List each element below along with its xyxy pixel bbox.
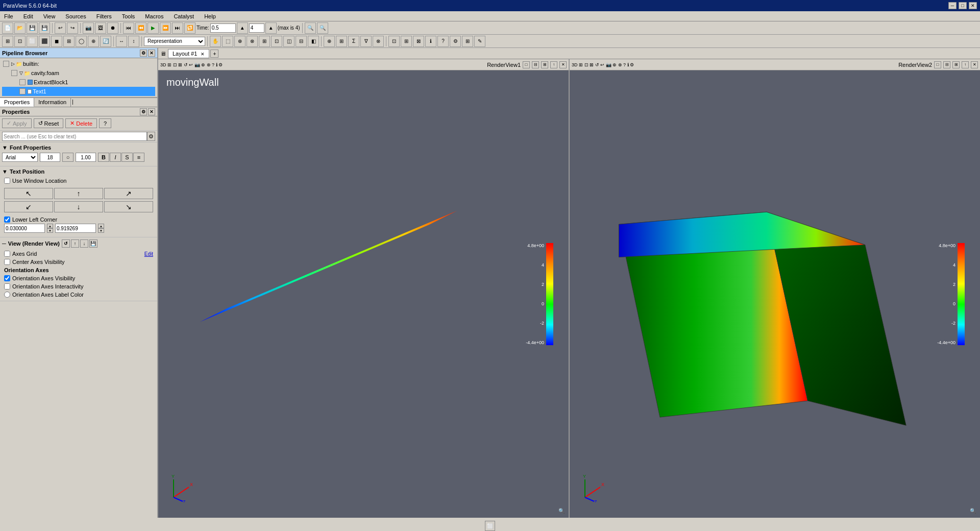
menu-view[interactable]: View <box>41 13 58 19</box>
tb2-view3[interactable]: ⊠ <box>413 36 424 47</box>
select3-btn[interactable]: ⊞ <box>259 36 270 47</box>
delete-button[interactable]: ✕ Delete <box>65 118 97 128</box>
tb2-extra2[interactable]: ✎ <box>474 36 485 47</box>
tb2-btn11[interactable]: ↕ <box>128 36 139 47</box>
help-button[interactable]: ? <box>99 118 111 128</box>
prev-button[interactable]: ⏪ <box>135 22 146 34</box>
prop-settings-btn[interactable]: ⚙ <box>140 108 147 115</box>
prop-search-btn[interactable]: ⚙ <box>147 132 155 141</box>
menu-catalyst[interactable]: Catalyst <box>172 13 196 19</box>
y-up-btn[interactable]: ▲ <box>98 224 104 228</box>
save-button[interactable]: 💾 <box>27 22 38 34</box>
pos-bottomleft-btn[interactable]: ↙ <box>4 201 53 212</box>
rv1-btn4[interactable]: ↑ <box>550 61 557 68</box>
tb2-btn9[interactable]: 🔄 <box>100 36 111 47</box>
y-down-btn[interactable]: ▼ <box>98 228 104 233</box>
tree-eye-extract[interactable] <box>19 79 26 85</box>
next-last-button[interactable]: ⏭ <box>172 22 183 34</box>
save-state-button[interactable]: 💾 <box>39 22 50 34</box>
menu-sources[interactable]: Sources <box>63 13 88 19</box>
tb2-help[interactable]: ? <box>437 36 449 47</box>
rv1-canvas[interactable]: movingWall <box>158 70 569 518</box>
zoom-button[interactable]: 🔍 <box>305 22 316 34</box>
x-down-btn[interactable]: ▼ <box>47 228 53 233</box>
tree-item-cavity[interactable]: ▽ 📁 cavity.foam <box>2 68 155 78</box>
pos-bottomright-btn[interactable]: ↘ <box>104 201 153 212</box>
rv2-btn4[interactable]: ↑ <box>962 61 969 68</box>
screenshot-button[interactable]: 🖼 <box>95 22 106 34</box>
pick-btn[interactable]: ⊕ <box>234 36 246 47</box>
bold-button[interactable]: B <box>98 153 109 162</box>
orient-visibility-check[interactable] <box>4 275 10 281</box>
time-up[interactable]: ▲ <box>237 22 248 34</box>
center-axes-check[interactable] <box>4 259 10 265</box>
open-button[interactable]: 📂 <box>14 22 26 34</box>
tb2-btn2[interactable]: ⊡ <box>14 36 26 47</box>
tb2-filter1[interactable]: ⊕ <box>324 36 335 47</box>
tb2-btn5[interactable]: ◼ <box>51 36 62 47</box>
tree-item-text1[interactable]: T Text1 <box>2 87 155 96</box>
menu-help[interactable]: Help <box>202 13 218 19</box>
font-opacity-input[interactable] <box>76 153 96 162</box>
interact-btn[interactable]: ✋ <box>210 36 221 47</box>
rv1-btn1[interactable]: □ <box>523 61 530 68</box>
select7-btn[interactable]: ◧ <box>308 36 319 47</box>
zoom-box-button[interactable]: 🔍 <box>317 22 328 34</box>
select4-btn[interactable]: ⊡ <box>271 36 282 47</box>
select6-btn[interactable]: ⊟ <box>296 36 307 47</box>
pos-bottomcenter-btn[interactable]: ↓ <box>54 201 103 212</box>
tb2-view2[interactable]: ⊞ <box>401 36 412 47</box>
tree-eye-text1[interactable] <box>19 88 26 94</box>
lower-left-y-input[interactable] <box>55 224 96 233</box>
loop-button[interactable]: 🔁 <box>184 22 195 34</box>
rv2-btn1[interactable]: □ <box>934 61 941 68</box>
rv2-btn3[interactable]: ⊞ <box>952 61 960 68</box>
tb2-btn7[interactable]: ◯ <box>76 36 87 47</box>
pick2-btn[interactable]: ⊗ <box>247 36 258 47</box>
reset-button[interactable]: ↺ Reset <box>34 118 64 128</box>
close-button[interactable]: ✕ <box>969 2 977 9</box>
representation-dropdown[interactable]: Representation <box>144 37 205 46</box>
x-up-btn[interactable]: ▲ <box>47 224 53 228</box>
tree-eye-builtin[interactable] <box>3 61 9 67</box>
time-step-up[interactable]: ▲ <box>265 22 277 34</box>
tb2-btn4[interactable]: ⬛ <box>39 36 50 47</box>
font-family-select[interactable]: Arial <box>2 153 38 162</box>
pos-topright-btn[interactable]: ↗ <box>104 188 153 199</box>
pipeline-settings-btn[interactable]: ⚙ <box>140 50 147 57</box>
view-ctrl-save[interactable]: 💾 <box>89 239 97 248</box>
new-button[interactable]: 📄 <box>2 22 13 34</box>
rv2-close-btn[interactable]: ✕ <box>971 61 978 68</box>
apply-button[interactable]: ✓ Apply <box>2 118 32 128</box>
tb2-extra1[interactable]: ⊞ <box>462 36 473 47</box>
rv1-btn3[interactable]: ⊞ <box>541 61 548 68</box>
rv1-close-btn[interactable]: ✕ <box>559 61 567 68</box>
tb2-btn8[interactable]: ⊕ <box>88 36 99 47</box>
tb2-btn3[interactable]: ⬜ <box>27 36 38 47</box>
axes-grid-check[interactable] <box>4 251 10 257</box>
prop-close-btn[interactable]: ✕ <box>148 108 155 115</box>
tb2-filter2[interactable]: ⊞ <box>336 36 347 47</box>
menu-file[interactable]: File <box>2 13 15 19</box>
lower-left-x-input[interactable] <box>4 224 45 233</box>
layout-tab-close[interactable]: ✕ <box>201 52 205 57</box>
align-button[interactable]: ≡ <box>133 153 144 162</box>
tb2-view1[interactable]: ⊡ <box>388 36 400 47</box>
tree-item-builtin[interactable]: ▷ 📁 builtin: <box>2 59 155 68</box>
layout-tab[interactable]: Layout #1 ✕ <box>168 49 209 58</box>
tb2-filter4[interactable]: ∇ <box>360 36 372 47</box>
italic-button[interactable]: I <box>110 153 121 162</box>
minimize-button[interactable]: ─ <box>948 2 957 9</box>
prev-first-button[interactable]: ⏮ <box>123 22 134 34</box>
rv2-canvas[interactable]: 4.8e+00 4 2 0 -2 -4.4e+00 <box>570 70 980 518</box>
time-input[interactable] <box>210 23 236 33</box>
view-ctrl-refresh[interactable]: ↺ <box>62 239 70 248</box>
tb2-btn1[interactable]: ⊞ <box>2 36 13 47</box>
view-ctrl-down[interactable]: ↓ <box>80 239 88 248</box>
select5-btn[interactable]: ◫ <box>283 36 295 47</box>
menu-filters[interactable]: Filters <box>94 13 114 19</box>
menu-edit[interactable]: Edit <box>21 13 35 19</box>
menu-tools[interactable]: Tools <box>120 13 137 19</box>
tree-eye-cavity[interactable] <box>11 70 17 76</box>
tb2-btn10[interactable]: ↔ <box>116 36 127 47</box>
